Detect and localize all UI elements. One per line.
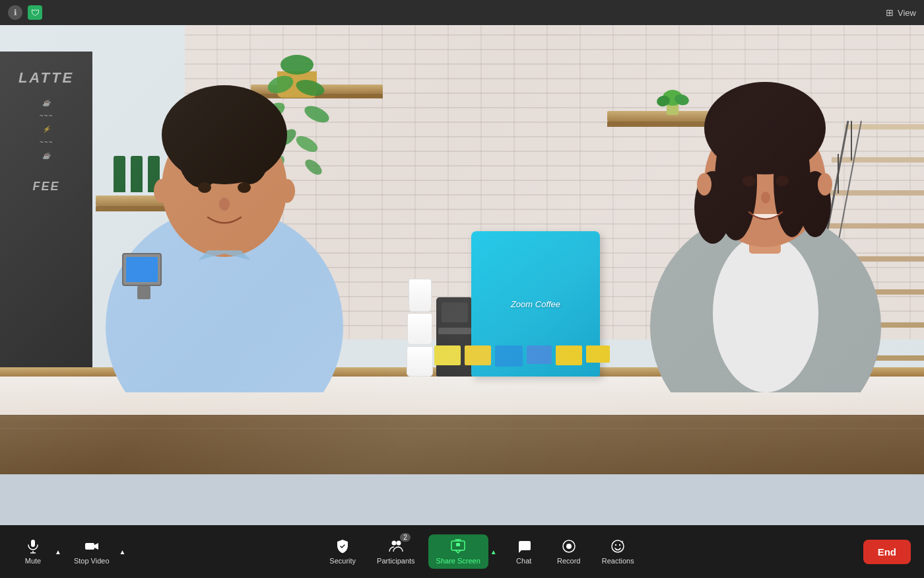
titlebar-left: ℹ 🛡 — [8, 5, 42, 20]
video-camera-icon — [84, 538, 100, 554]
svg-point-43 — [230, 125, 269, 184]
svg-point-44 — [198, 182, 211, 193]
svg-point-72 — [566, 544, 572, 549]
share-screen-label: Share Screen — [436, 557, 480, 565]
titlebar: ℹ 🛡 ⊞ View — [0, 0, 924, 25]
share-screen-button[interactable]: Share Screen — [428, 534, 488, 569]
video-scene: LATTE ☕~~~⚡~~~☕ FEE — [0, 25, 924, 474]
svg-point-59 — [776, 176, 789, 186]
svg-point-58 — [742, 176, 756, 186]
info-icon[interactable]: ℹ — [8, 5, 22, 20]
participants-icon: 2 — [388, 538, 404, 554]
svg-point-41 — [162, 85, 287, 184]
reactions-icon — [610, 538, 626, 554]
security-badge-icon[interactable]: 🛡 — [28, 5, 42, 20]
reactions-label: Reactions — [602, 557, 634, 565]
security-label: Security — [329, 557, 356, 565]
mute-label: Mute — [25, 557, 41, 565]
svg-point-50 — [713, 234, 818, 392]
view-label: View — [898, 8, 916, 18]
svg-point-42 — [178, 122, 224, 188]
chalkboard: LATTE ☕~~~⚡~~~☕ FEE — [0, 52, 92, 421]
view-grid-icon: ⊞ — [886, 7, 894, 18]
mute-button[interactable]: Mute — [13, 534, 53, 569]
toolbar-right-controls: End — [818, 540, 911, 564]
svg-point-47 — [154, 179, 170, 203]
chat-label: Chat — [516, 557, 531, 565]
video-control[interactable]: Stop Video ▲ — [66, 534, 128, 569]
svg-point-45 — [238, 182, 251, 193]
person-right — [640, 49, 891, 395]
record-icon — [561, 538, 577, 554]
chat-icon — [516, 538, 532, 554]
coffee-machine-label: Zoom Coffee — [511, 299, 560, 309]
video-area: LATTE ☕~~~⚡~~~☕ FEE — [0, 25, 924, 525]
microphone-icon — [25, 538, 41, 554]
toolbar-center-controls: Security 2 Participants — [145, 534, 818, 569]
pos-register — [122, 253, 165, 299]
counter-boxes — [434, 345, 610, 367]
mute-control[interactable]: Mute ▲ — [13, 534, 63, 569]
svg-point-60 — [761, 192, 770, 203]
lower-area — [0, 474, 924, 525]
svg-point-68 — [396, 541, 401, 546]
svg-point-48 — [279, 179, 295, 203]
stop-video-button[interactable]: Stop Video — [66, 534, 117, 569]
svg-point-74 — [615, 544, 616, 546]
toolbar-left-controls: Mute ▲ Stop Video ▲ — [13, 534, 145, 569]
record-button[interactable]: Record — [549, 534, 589, 569]
svg-rect-66 — [85, 543, 94, 550]
video-arrow[interactable]: ▲ — [117, 534, 128, 569]
svg-point-46 — [219, 198, 230, 211]
toolbar: Mute ▲ Stop Video ▲ — [0, 525, 924, 578]
participants-count-badge: 2 — [400, 533, 411, 542]
record-label: Record — [557, 557, 580, 565]
svg-rect-70 — [456, 543, 460, 546]
svg-point-62 — [818, 173, 832, 196]
svg-rect-63 — [31, 540, 35, 547]
security-icon — [335, 538, 350, 554]
participants-button[interactable]: 2 Participants — [369, 534, 422, 569]
view-button[interactable]: ⊞ View — [886, 7, 916, 18]
end-button[interactable]: End — [863, 540, 911, 564]
person-left — [86, 49, 363, 395]
chat-button[interactable]: Chat — [504, 534, 544, 569]
svg-point-61 — [697, 173, 711, 196]
security-button[interactable]: Security — [321, 534, 364, 569]
stop-video-label: Stop Video — [74, 557, 110, 565]
svg-point-75 — [619, 544, 620, 546]
svg-point-73 — [612, 540, 624, 552]
share-screen-control[interactable]: Share Screen ▲ — [428, 534, 499, 569]
participants-label: Participants — [377, 557, 414, 565]
share-screen-arrow[interactable]: ▲ — [488, 534, 499, 569]
mute-arrow[interactable]: ▲ — [53, 534, 63, 569]
reactions-button[interactable]: Reactions — [594, 534, 642, 569]
share-screen-icon — [450, 538, 466, 554]
svg-point-67 — [391, 541, 396, 546]
